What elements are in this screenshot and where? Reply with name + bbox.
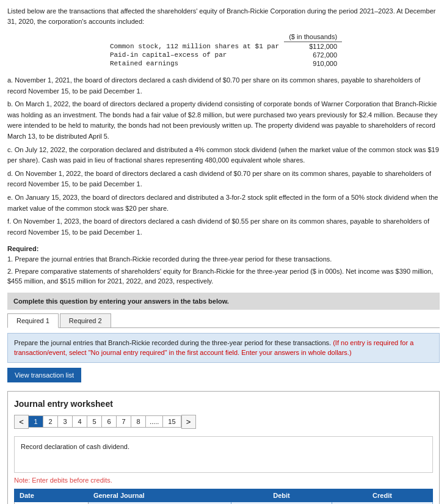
pagination-page-15[interactable]: 15 (163, 415, 181, 428)
pagination-row: < 1 2 3 4 5 6 7 8 ..... 15 > (14, 415, 433, 429)
journal-header-credit: Credit (332, 489, 433, 502)
view-transaction-list-button[interactable]: View transaction list (7, 368, 81, 382)
transaction-e: e. On January 15, 2023, the board of dir… (7, 192, 440, 214)
pagination-page-7[interactable]: 7 (117, 415, 131, 428)
record-instruction-text: Record declaration of cash dividend. (21, 443, 129, 450)
tab-required-2[interactable]: Required 2 (60, 313, 111, 327)
account-label-1: Paid-in capital–excess of par (105, 51, 284, 59)
journal-row-1-gj[interactable] (88, 502, 231, 504)
transaction-d: d. On November 1, 2022, the board of dir… (7, 169, 440, 190)
transactions-list: a. November 1, 2021, the board of direct… (7, 75, 440, 238)
journal-header-gj: General Journal (88, 489, 231, 502)
required-item-2-text: Prepare comparative statements of shareh… (7, 268, 433, 285)
worksheet-box: Journal entry worksheet < 1 2 3 4 5 6 7 … (7, 391, 440, 504)
account-value-2: 910,000 (284, 59, 342, 68)
note-text: Note: Enter debits before credits. (14, 477, 433, 484)
journal-row-1-debit[interactable] (231, 502, 332, 504)
transaction-c: c. On July 12, 2022, the corporation dec… (7, 145, 440, 166)
journal-table: Date General Journal Debit Credit Novemb… (14, 489, 433, 504)
account-value-1: 672,000 (284, 51, 342, 59)
required-item-2: 2. Prepare comparative statements of sha… (7, 266, 440, 287)
pagination-ellipsis: ..... (146, 415, 163, 428)
pagination-page-4[interactable]: 4 (73, 415, 87, 428)
accounts-table: ($ in thousands) Common stock, 112 milli… (105, 32, 342, 68)
pagination-prev-button[interactable]: < (14, 415, 29, 429)
journal-row-1-credit[interactable] (332, 502, 433, 504)
transaction-b: b. On March 1, 2022, the board of direct… (7, 99, 440, 142)
account-value-0: $112,000 (284, 42, 342, 51)
journal-header-date: Date (15, 489, 89, 502)
pagination-next-button[interactable]: > (181, 415, 196, 429)
pagination-page-6[interactable]: 6 (102, 415, 117, 428)
pagination-page-5[interactable]: 5 (87, 415, 102, 428)
instruction-box: Prepare the journal entries that Branch-… (7, 333, 440, 363)
instruction-main-text: Prepare the journal entries that Branch-… (14, 339, 331, 346)
intro-text: Listed below are the transactions that a… (7, 6, 440, 26)
journal-row-1-date: November 01, 2021 (15, 502, 89, 504)
required-item-1: 1. Prepare the journal entries that Bran… (7, 254, 440, 265)
table-row: November 01, 2021 (15, 502, 433, 504)
tabs-row: Required 1 Required 2 (7, 313, 440, 328)
transaction-f-letter: f. (7, 217, 13, 225)
account-label-0: Common stock, 112 million shares at $1 p… (105, 42, 284, 51)
transaction-a-letter: a. (7, 76, 15, 84)
pagination-page-3[interactable]: 3 (58, 415, 73, 428)
required-item-2-number: 2. (7, 268, 13, 275)
transaction-b-letter: b. (7, 100, 15, 108)
transaction-a: a. November 1, 2021, the board of direct… (7, 75, 440, 97)
tab-required-1[interactable]: Required 1 (7, 313, 59, 328)
journal-header-debit: Debit (231, 489, 332, 502)
pagination-page-2[interactable]: 2 (43, 415, 58, 428)
required-section: Required: 1. Prepare the journal entries… (7, 245, 440, 287)
pagination-page-8[interactable]: 8 (131, 415, 146, 428)
worksheet-title: Journal entry worksheet (14, 399, 433, 409)
required-label: Required: (7, 245, 440, 252)
required-item-1-text: Prepare the journal entries that Branch-… (15, 255, 332, 263)
transaction-c-letter: c. (7, 146, 15, 153)
transaction-f: f. On November 1, 2023, the board of dir… (7, 216, 440, 238)
required-item-1-number: 1. (7, 255, 13, 263)
transaction-d-letter: d. (7, 170, 15, 177)
accounts-header: ($ in thousands) (284, 32, 342, 42)
complete-box: Complete this question by entering your … (7, 293, 440, 310)
record-instruction-box: Record declaration of cash dividend. (14, 436, 433, 473)
pagination-page-1[interactable]: 1 (29, 415, 43, 428)
transaction-e-letter: e. (7, 194, 15, 201)
account-label-2: Retained earnings (105, 59, 284, 68)
